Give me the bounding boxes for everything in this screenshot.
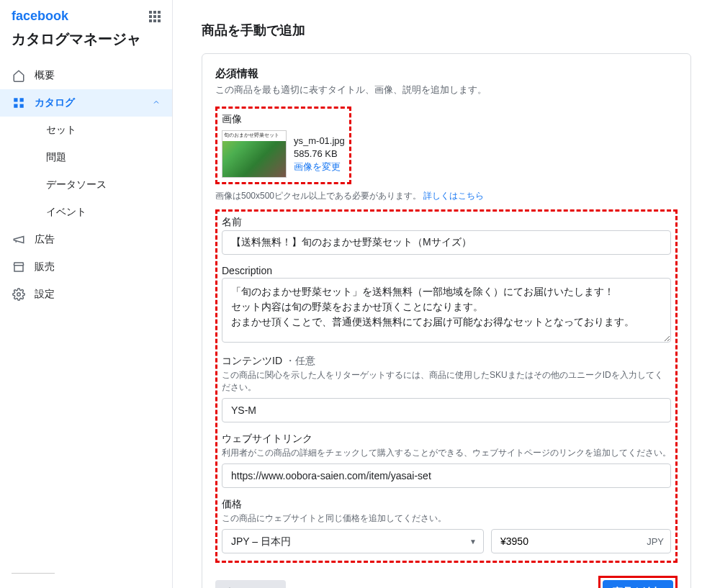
file-name: ys_m-01.jpg: [294, 135, 345, 148]
name-input[interactable]: [222, 230, 671, 255]
sidebar-item-label: 広告: [35, 233, 55, 246]
sidebar-item-label: 販売: [35, 261, 55, 273]
sidebar-item-ads[interactable]: 広告: [0, 226, 172, 253]
description-textarea[interactable]: [222, 278, 671, 343]
apps-grid-icon[interactable]: [149, 11, 161, 22]
sidebar-item-label: 設定: [35, 288, 55, 301]
svg-rect-0: [14, 98, 17, 101]
price-input[interactable]: [491, 529, 671, 553]
sidebar: facebook カタログマネージャ 概要 カタログ セット 問題 データソース: [0, 0, 173, 588]
svg-rect-1: [20, 98, 24, 101]
name-label: 名前: [222, 216, 671, 229]
price-help: この商品にウェブサイトと同じ価格を追加してください。: [222, 512, 671, 525]
required-section-desc: この商品を最も適切に表すタイトル、画像、説明を追加します。: [215, 83, 678, 96]
sidebar-title: カタログマネージャ: [0, 30, 172, 62]
home-icon: [12, 69, 26, 82]
sidebar-item-label: 概要: [35, 69, 55, 82]
change-image-link[interactable]: 画像を変更: [294, 160, 345, 173]
sidebar-item-sets[interactable]: セット: [35, 117, 172, 144]
required-section-title: 必須情報: [215, 67, 678, 81]
sidebar-item-events[interactable]: イベント: [35, 199, 172, 226]
page-title: 商品を手動で追加: [202, 22, 691, 39]
main-content: 商品を手動で追加 必須情報 この商品を最も適切に表すタイトル、画像、説明を追加し…: [173, 0, 720, 588]
image-note: 画像は500x500ピクセル以上である必要があります。 詳しくはこちら: [215, 190, 678, 202]
shop-icon: [12, 261, 26, 273]
sidebar-item-sales[interactable]: 販売: [0, 253, 172, 281]
website-label: ウェブサイトリンク: [222, 433, 671, 445]
website-input[interactable]: [222, 463, 671, 488]
image-note-link[interactable]: 詳しくはこちら: [423, 191, 484, 201]
add-product-button[interactable]: 商品を追加: [603, 580, 673, 588]
sidebar-item-catalog[interactable]: カタログ: [0, 89, 172, 117]
product-thumbnail[interactable]: [222, 130, 287, 178]
website-help: 利用者がこの商品の詳細をチェックして購入することができる、ウェブサイトページのリ…: [222, 447, 671, 459]
file-size: 585.76 KB: [294, 148, 345, 160]
submit-highlight: 商品を追加: [598, 576, 678, 588]
content-id-label: コンテンツID ・任意: [222, 355, 671, 368]
cancel-button[interactable]: キャンセル: [215, 580, 286, 588]
facebook-logo[interactable]: facebook: [12, 9, 68, 24]
form-highlight: 名前 Description コンテンツID ・任意 この商品に関心を示した人を…: [215, 209, 678, 563]
sidebar-item-label: カタログ: [35, 96, 75, 109]
gear-icon: [12, 288, 26, 301]
sidebar-item-label: セット: [46, 124, 76, 137]
description-label: Description: [222, 265, 671, 276]
currency-code-label: JPY: [647, 536, 664, 547]
grid-icon: [12, 96, 26, 109]
image-label: 画像: [222, 113, 345, 126]
currency-select[interactable]: JPY – 日本円: [222, 529, 484, 553]
chevron-up-icon: [152, 97, 161, 109]
sidebar-item-settings[interactable]: 設定: [0, 281, 172, 308]
svg-rect-2: [14, 104, 17, 108]
sidebar-item-label: データソース: [46, 178, 107, 191]
sidebar-item-overview[interactable]: 概要: [0, 62, 172, 89]
price-label: 価格: [222, 498, 671, 511]
sidebar-item-label: 問題: [46, 151, 66, 164]
image-highlight: 画像 ys_m-01.jpg 585.76 KB 画像を変更: [215, 107, 351, 184]
content-id-input[interactable]: [222, 398, 671, 422]
form-card: 必須情報 この商品を最も適切に表すタイトル、画像、説明を追加します。 画像 ys…: [202, 53, 691, 588]
megaphone-icon: [12, 233, 26, 246]
svg-point-4: [17, 293, 21, 297]
sidebar-item-issues[interactable]: 問題: [35, 144, 172, 171]
sidebar-item-label: イベント: [46, 206, 86, 219]
sidebar-item-datasources[interactable]: データソース: [35, 171, 172, 199]
sidebar-divider: [12, 573, 55, 574]
svg-rect-3: [20, 104, 24, 108]
content-id-help: この商品に関心を示した人をリターゲットするには、商品に使用したSKUまたはその他…: [222, 369, 671, 394]
